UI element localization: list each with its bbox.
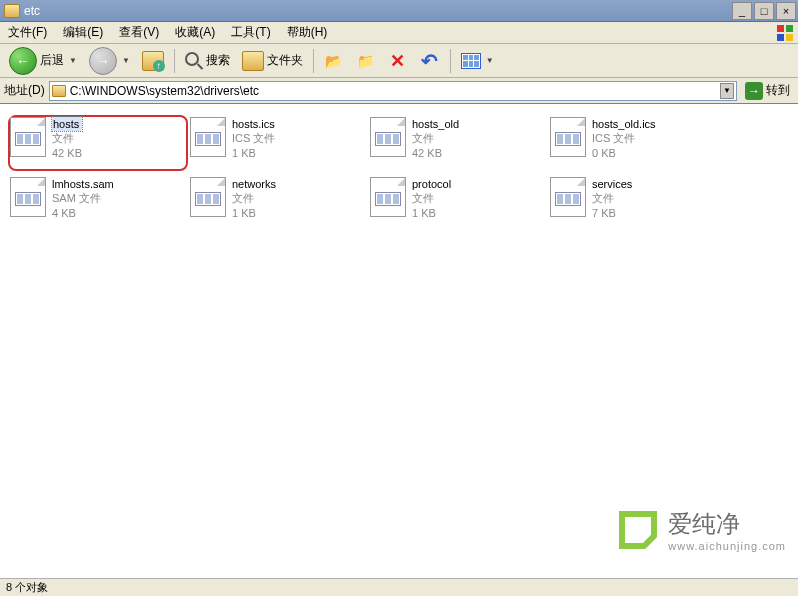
watermark-text-block: 爱纯净 www.aichunjing.com	[668, 508, 786, 552]
up-button[interactable]	[137, 48, 169, 74]
file-size: 42 KB	[52, 146, 82, 160]
forward-button[interactable]: → ▼	[84, 44, 135, 78]
file-icon	[370, 117, 406, 157]
delete-icon: ✕	[388, 51, 408, 71]
dropdown-icon: ▼	[122, 56, 130, 65]
svg-rect-0	[777, 25, 784, 32]
views-button[interactable]: ▼	[456, 50, 499, 72]
windows-logo-icon	[776, 24, 794, 42]
separator	[174, 49, 175, 73]
file-type: ICS 文件	[232, 131, 275, 145]
toolbar: ← 后退 ▼ → ▼ 搜索 文件夹 📂 📁 ✕ ↶ ▼	[0, 44, 798, 78]
folder-icon	[4, 4, 20, 18]
file-item[interactable]: lmhosts.samSAM 文件4 KB	[8, 175, 188, 231]
delete-button[interactable]: ✕	[383, 48, 413, 74]
file-name: services	[592, 177, 632, 191]
address-input[interactable]: C:\WINDOWS\system32\drivers\etc ▼	[49, 81, 737, 101]
minimize-button[interactable]: _	[732, 2, 752, 20]
file-name: hosts.ics	[232, 117, 275, 131]
file-info: hosts.icsICS 文件1 KB	[232, 117, 275, 160]
undo-button[interactable]: ↶	[415, 48, 445, 74]
go-label: 转到	[766, 82, 790, 99]
file-icon	[550, 177, 586, 217]
menu-tools[interactable]: 工具(T)	[223, 22, 278, 43]
back-icon: ←	[9, 47, 37, 75]
watermark-brand: 爱纯净	[668, 508, 786, 540]
file-info: hosts文件42 KB	[52, 117, 82, 160]
file-size: 0 KB	[592, 146, 656, 160]
menubar: 文件(F) 编辑(E) 查看(V) 收藏(A) 工具(T) 帮助(H)	[0, 22, 798, 44]
file-item[interactable]: protocol文件1 KB	[368, 175, 548, 231]
file-name: hosts	[52, 117, 82, 131]
menu-file[interactable]: 文件(F)	[0, 22, 55, 43]
file-name: hosts_old	[412, 117, 459, 131]
views-icon	[461, 53, 481, 69]
folder-icon	[52, 85, 66, 97]
go-button[interactable]: → 转到	[741, 81, 794, 101]
folders-button[interactable]: 文件夹	[237, 48, 308, 74]
folder-up-icon	[142, 51, 164, 71]
file-size: 7 KB	[592, 206, 632, 220]
folder-icon	[242, 51, 264, 71]
file-info: services文件7 KB	[592, 177, 632, 220]
window-controls: _ □ ×	[730, 2, 796, 20]
address-label: 地址(D)	[4, 82, 45, 99]
menu-favorites[interactable]: 收藏(A)	[167, 22, 223, 43]
copy-to-button[interactable]: 📁	[351, 48, 381, 74]
file-item[interactable]: hosts_old.icsICS 文件0 KB	[548, 115, 728, 171]
file-name: protocol	[412, 177, 451, 191]
file-info: protocol文件1 KB	[412, 177, 451, 220]
search-label: 搜索	[206, 52, 230, 69]
file-type: ICS 文件	[592, 131, 656, 145]
file-info: lmhosts.samSAM 文件4 KB	[52, 177, 114, 220]
menu-edit[interactable]: 编辑(E)	[55, 22, 111, 43]
titlebar: etc _ □ ×	[0, 0, 798, 22]
close-button[interactable]: ×	[776, 2, 796, 20]
file-icon	[550, 117, 586, 157]
file-icon	[10, 177, 46, 217]
file-item[interactable]: networks文件1 KB	[188, 175, 368, 231]
file-info: hosts_old文件42 KB	[412, 117, 459, 160]
menu-help[interactable]: 帮助(H)	[279, 22, 336, 43]
file-icon	[370, 177, 406, 217]
copy-to-icon: 📁	[356, 51, 376, 71]
dropdown-icon: ▼	[69, 56, 77, 65]
watermark-logo-icon	[616, 508, 660, 552]
svg-rect-1	[786, 25, 793, 32]
maximize-button[interactable]: □	[754, 2, 774, 20]
addressbar: 地址(D) C:\WINDOWS\system32\drivers\etc ▼ …	[0, 78, 798, 104]
file-size: 42 KB	[412, 146, 459, 160]
file-item[interactable]: hosts文件42 KB	[8, 115, 188, 171]
file-name: lmhosts.sam	[52, 177, 114, 191]
search-button[interactable]: 搜索	[180, 49, 235, 73]
file-pane[interactable]: hosts文件42 KBhosts.icsICS 文件1 KBhosts_old…	[0, 104, 798, 578]
dropdown-icon: ▼	[486, 56, 494, 65]
search-icon	[185, 52, 203, 70]
file-type: 文件	[412, 131, 459, 145]
file-icon	[10, 117, 46, 157]
file-type: SAM 文件	[52, 191, 114, 205]
file-info: networks文件1 KB	[232, 177, 276, 220]
file-size: 1 KB	[232, 146, 275, 160]
move-to-button[interactable]: 📂	[319, 48, 349, 74]
move-to-icon: 📂	[324, 51, 344, 71]
menu-view[interactable]: 查看(V)	[111, 22, 167, 43]
file-grid: hosts文件42 KBhosts.icsICS 文件1 KBhosts_old…	[0, 105, 798, 241]
undo-icon: ↶	[420, 51, 440, 71]
file-size: 1 KB	[412, 206, 451, 220]
file-name: networks	[232, 177, 276, 191]
file-item[interactable]: hosts.icsICS 文件1 KB	[188, 115, 368, 171]
file-icon	[190, 177, 226, 217]
address-dropdown-button[interactable]: ▼	[720, 83, 734, 99]
watermark: 爱纯净 www.aichunjing.com	[616, 508, 786, 552]
statusbar: 8 个对象	[0, 578, 798, 596]
file-item[interactable]: hosts_old文件42 KB	[368, 115, 548, 171]
go-icon: →	[745, 82, 763, 100]
back-button[interactable]: ← 后退 ▼	[4, 44, 82, 78]
file-type: 文件	[412, 191, 451, 205]
back-label: 后退	[40, 52, 64, 69]
file-info: hosts_old.icsICS 文件0 KB	[592, 117, 656, 160]
file-item[interactable]: services文件7 KB	[548, 175, 728, 231]
file-name: hosts_old.ics	[592, 117, 656, 131]
separator	[450, 49, 451, 73]
